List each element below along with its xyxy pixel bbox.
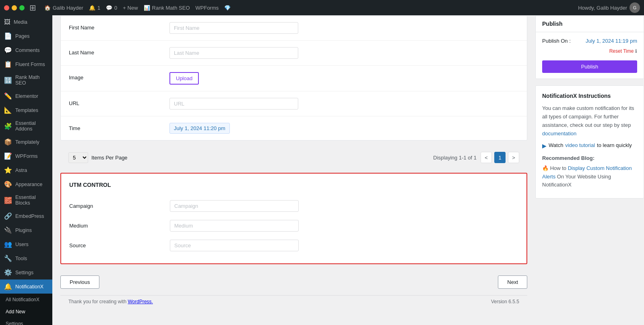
sidebar-item-astra[interactable]: ⭐ Astra <box>0 163 52 177</box>
documentation-link[interactable]: documentation <box>542 130 576 137</box>
avatar[interactable]: G <box>630 2 640 13</box>
essential-addons-icon: 🧩 <box>4 122 12 130</box>
sidebar-item-fluent-forms[interactable]: 📋 Fluent Forms <box>0 57 52 71</box>
time-badge: July 1, 2024 11:20 pm <box>169 123 230 134</box>
sidebar-item-users[interactable]: 👥 Users <box>0 237 52 251</box>
video-link-row: ▶ Watch video tutorial to learn quickly <box>542 141 637 150</box>
sidebar-item-elementor[interactable]: ✏️ Elementor <box>0 89 52 103</box>
sidebar-item-plugins[interactable]: 🔌 Plugins <box>0 223 52 237</box>
top-bar: ⊞ 🏠 Galib Hayder 🔔 1 💬 0 + New 📊 Rank Ma… <box>0 0 644 15</box>
sidebar-item-essential-addons[interactable]: 🧩 Essential Addons <box>0 117 52 135</box>
new-link[interactable]: + New <box>123 5 138 11</box>
main-content: First Name Last Name Image Upload <box>52 15 644 325</box>
sidebar-item-appearance[interactable]: 🎨 Appearance <box>0 177 52 191</box>
url-input[interactable] <box>169 98 298 110</box>
source-input[interactable] <box>170 240 299 251</box>
utm-title: UTM CONTROL <box>69 182 518 188</box>
home-icon: 🏠 <box>44 5 51 11</box>
comments-icon: 💬 <box>4 46 12 54</box>
displaying-text: Displaying 1-1 of 1 <box>433 155 477 161</box>
url-field <box>169 98 519 110</box>
footer: Thank you for creating with WordPress. V… <box>60 295 527 308</box>
top-bar-user: Howdy, Galib Hayder G <box>578 2 640 13</box>
previous-button[interactable]: Previous <box>60 275 99 289</box>
notification-count-link[interactable]: 🔔 1 <box>89 5 100 11</box>
wpforms-link[interactable]: WPForms <box>196 5 219 11</box>
last-name-label: Last Name <box>69 47 169 56</box>
sidebar-item-tools[interactable]: 🔧 Tools <box>0 251 52 265</box>
pagination-nav: Displaying 1-1 of 1 < 1 > <box>433 152 519 163</box>
medium-label: Medium <box>69 223 170 229</box>
publish-on-label: Publish On : <box>542 38 571 44</box>
sidebar-item-essential-blocks[interactable]: 🧱 Essential Blocks <box>0 191 52 209</box>
publish-title: Publish <box>542 21 637 27</box>
sidebar-item-comments[interactable]: 💬 Comments <box>0 43 52 57</box>
pages-icon: 📄 <box>4 32 12 40</box>
image-label: Image <box>69 72 169 81</box>
last-name-input[interactable] <box>169 47 298 59</box>
per-page-select[interactable]: 5 10 25 <box>68 152 88 163</box>
reset-time-link[interactable]: Reset Time <box>609 48 634 54</box>
sidebar-item-templately[interactable]: 📦 Templately <box>0 135 52 149</box>
content-area: First Name Last Name Image Upload <box>52 15 535 325</box>
url-label: URL <box>69 98 169 106</box>
instructions-description: You can make custom notification for its… <box>542 104 637 138</box>
next-page-button[interactable]: > <box>508 152 519 163</box>
instructions-title: NotificationX Instructions <box>542 91 637 100</box>
top-nav: 🏠 Galib Hayder 🔔 1 💬 0 + New 📊 Rank Math… <box>44 5 231 11</box>
publish-date-row: Publish On : July 1, 2024 11:19 pm <box>542 38 637 44</box>
minimize-dot[interactable] <box>12 5 17 10</box>
main-layout: 🖼 Media 📄 Pages 💬 Comments 📋 Fluent Form… <box>0 15 644 325</box>
elementor-icon: ✏️ <box>4 92 12 100</box>
sidebar-item-templates[interactable]: 📐 Templates <box>0 103 52 117</box>
first-name-row: First Name <box>61 16 527 41</box>
recommended-label: Recommended Blog: <box>542 154 637 163</box>
submenu-add-new[interactable]: Add New <box>0 306 52 318</box>
per-page-selector: 5 10 25 Items Per Page <box>68 152 128 163</box>
url-row: URL <box>61 91 527 116</box>
plugins-icon: 🔌 <box>4 226 12 234</box>
upload-button[interactable]: Upload <box>169 72 199 85</box>
blog-row: 🔥 How to Display Custom Notification Ale… <box>542 164 637 189</box>
first-name-field <box>169 22 519 34</box>
comment-icon: 💬 <box>106 5 112 11</box>
page-1-button[interactable]: 1 <box>494 152 506 163</box>
time-row: Time July 1, 2024 11:20 pm <box>61 116 527 140</box>
publish-body: Publish On : July 1, 2024 11:19 pm Reset… <box>536 32 644 79</box>
home-link[interactable]: 🏠 Galib Hayder <box>44 5 83 11</box>
maximize-dot[interactable] <box>19 5 25 10</box>
templately-icon: 📦 <box>4 138 12 146</box>
campaign-input[interactable] <box>170 200 299 212</box>
tools-icon: 🔧 <box>4 255 12 262</box>
medium-row: Medium <box>69 216 518 236</box>
sidebar: 🖼 Media 📄 Pages 💬 Comments 📋 Fluent Form… <box>0 15 52 325</box>
video-tutorial-link[interactable]: video tutorial <box>565 141 595 150</box>
comment-count-link[interactable]: 💬 0 <box>106 5 117 11</box>
submenu-settings[interactable]: Settings <box>0 318 52 325</box>
campaign-row: Campaign <box>69 196 518 216</box>
diamond-icon: 💎 <box>224 5 231 11</box>
close-dot[interactable] <box>4 5 9 10</box>
sidebar-item-pages[interactable]: 📄 Pages <box>0 29 52 43</box>
sidebar-item-embedpress[interactable]: 🔗 EmbedPress <box>0 209 52 223</box>
sidebar-item-wpforms[interactable]: 📝 WPForms <box>0 149 52 163</box>
submenu-all-notificationx[interactable]: All NotificationX <box>0 294 52 306</box>
instructions-box: NotificationX Instructions You can make … <box>535 85 644 199</box>
prev-page-button[interactable]: < <box>481 152 492 163</box>
publish-button[interactable]: Publish <box>542 60 637 73</box>
image-field: Upload <box>169 72 519 85</box>
sidebar-item-rank-math[interactable]: 🔢 Rank Math SEO <box>0 71 52 89</box>
right-sidebar: Publish Publish On : July 1, 2024 11:19 … <box>535 15 644 325</box>
embedpress-icon: 🔗 <box>4 212 12 220</box>
sidebar-item-notificationx[interactable]: 🔔 NotificationX <box>0 279 52 294</box>
medium-input[interactable] <box>170 220 299 232</box>
source-label: Source <box>69 242 170 248</box>
user-greeting: Howdy, Galib Hayder <box>578 5 627 11</box>
video-icon: ▶ <box>542 141 547 150</box>
rank-math-link[interactable]: 📊 Rank Math SEO <box>144 5 190 11</box>
first-name-input[interactable] <box>169 22 298 34</box>
wordpress-link[interactable]: WordPress. <box>128 299 153 304</box>
sidebar-item-settings[interactable]: ⚙️ Settings <box>0 265 52 279</box>
sidebar-item-media[interactable]: 🖼 Media <box>0 15 52 29</box>
next-button[interactable]: Next <box>498 275 527 289</box>
